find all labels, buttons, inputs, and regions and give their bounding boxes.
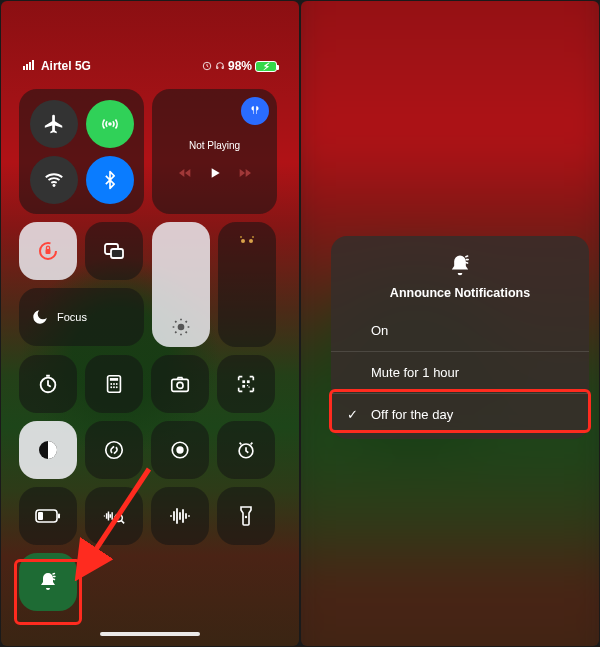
status-bar: Airtel 5G 98% ⚡︎ bbox=[1, 59, 299, 73]
calculator-icon bbox=[103, 373, 125, 395]
svg-rect-34 bbox=[58, 514, 60, 519]
antenna-icon bbox=[99, 113, 121, 135]
svg-point-7 bbox=[178, 324, 185, 331]
moon-icon bbox=[31, 308, 49, 326]
svg-point-31 bbox=[176, 446, 183, 453]
svg-point-8 bbox=[241, 239, 245, 243]
media-tile[interactable]: Not Playing bbox=[152, 89, 277, 214]
sync-icon bbox=[202, 61, 212, 71]
connectivity-group[interactable] bbox=[19, 89, 144, 214]
svg-rect-14 bbox=[110, 378, 118, 381]
svg-point-17 bbox=[116, 383, 118, 385]
svg-point-22 bbox=[177, 382, 183, 388]
flashlight[interactable] bbox=[217, 487, 275, 545]
svg-point-19 bbox=[113, 386, 115, 388]
popup-title: Announce Notifications bbox=[331, 286, 589, 300]
svg-point-29 bbox=[106, 442, 123, 459]
headphones-icon bbox=[215, 61, 225, 71]
cellular-toggle[interactable] bbox=[86, 100, 134, 148]
shazam-icon bbox=[103, 439, 125, 461]
svg-point-2 bbox=[52, 184, 55, 187]
announce-popup: Announce Notifications On Mute for 1 hou… bbox=[331, 236, 589, 439]
svg-point-11 bbox=[252, 236, 254, 238]
airpods-icon bbox=[248, 104, 262, 118]
svg-point-18 bbox=[110, 386, 112, 388]
focus-tile[interactable]: Focus bbox=[19, 288, 144, 346]
bell-announce-icon bbox=[36, 570, 60, 594]
magnify-wave-icon bbox=[102, 505, 126, 527]
bluetooth-toggle[interactable] bbox=[86, 156, 134, 204]
bluetooth-icon bbox=[100, 170, 120, 190]
dark-mode-icon bbox=[36, 438, 60, 462]
carrier-label: Airtel 5G bbox=[23, 59, 91, 73]
wifi-icon bbox=[43, 169, 65, 191]
svg-rect-27 bbox=[248, 386, 249, 387]
option-mute-1-hour[interactable]: Mute for 1 hour bbox=[331, 351, 589, 393]
check-icon: ✓ bbox=[347, 407, 358, 422]
shazam[interactable] bbox=[85, 421, 143, 479]
dark-mode[interactable] bbox=[19, 421, 77, 479]
media-title: Not Playing bbox=[189, 140, 240, 151]
airplane-toggle[interactable] bbox=[30, 100, 78, 148]
svg-rect-35 bbox=[38, 512, 43, 520]
flashlight-icon bbox=[238, 505, 254, 527]
svg-rect-25 bbox=[242, 385, 245, 388]
svg-rect-23 bbox=[242, 380, 245, 383]
svg-rect-6 bbox=[111, 249, 123, 258]
rotation-lock-icon bbox=[36, 239, 60, 263]
volume-slider[interactable] bbox=[218, 222, 276, 347]
camera-icon bbox=[169, 373, 191, 395]
screen-record[interactable] bbox=[151, 421, 209, 479]
camera[interactable] bbox=[151, 355, 209, 413]
brightness-slider[interactable] bbox=[152, 222, 210, 347]
control-center: Not Playing bbox=[19, 89, 281, 619]
record-icon bbox=[169, 439, 191, 461]
svg-rect-21 bbox=[172, 379, 189, 391]
play-icon[interactable] bbox=[207, 165, 223, 181]
waveform-icon bbox=[168, 506, 192, 526]
forward-icon[interactable] bbox=[237, 165, 253, 181]
svg-rect-26 bbox=[247, 385, 248, 386]
airpods-badge bbox=[241, 97, 269, 125]
svg-point-15 bbox=[110, 383, 112, 385]
qr-scan[interactable] bbox=[217, 355, 275, 413]
alarm[interactable] bbox=[217, 421, 275, 479]
svg-point-16 bbox=[113, 383, 115, 385]
screenshot-control-center: Airtel 5G 98% ⚡︎ bbox=[1, 1, 299, 646]
screenshot-announce-popup: Announce Notifications On Mute for 1 hou… bbox=[301, 1, 599, 646]
sun-icon bbox=[171, 317, 191, 337]
airpods-volume-icon bbox=[235, 232, 259, 250]
focus-label: Focus bbox=[57, 311, 87, 323]
screen-mirroring[interactable] bbox=[85, 222, 143, 280]
qr-icon bbox=[235, 373, 257, 395]
low-power[interactable] bbox=[19, 487, 77, 545]
svg-point-36 bbox=[115, 514, 122, 521]
svg-point-20 bbox=[116, 386, 118, 388]
svg-point-9 bbox=[249, 239, 253, 243]
bell-announce-icon bbox=[446, 252, 474, 280]
screen-mirroring-icon bbox=[102, 239, 126, 263]
status-right: 98% ⚡︎ bbox=[202, 59, 277, 73]
calculator[interactable] bbox=[85, 355, 143, 413]
battery-low-icon bbox=[35, 509, 61, 523]
timer-icon bbox=[37, 373, 59, 395]
svg-point-1 bbox=[108, 122, 112, 126]
orientation-lock[interactable] bbox=[19, 222, 77, 280]
voice-memo[interactable] bbox=[151, 487, 209, 545]
media-controls bbox=[177, 165, 253, 181]
home-indicator[interactable] bbox=[100, 632, 200, 636]
svg-point-10 bbox=[240, 236, 242, 238]
option-on[interactable]: On bbox=[331, 310, 589, 351]
svg-rect-24 bbox=[247, 380, 250, 383]
announce-notifications[interactable] bbox=[19, 553, 77, 611]
signal-bars-icon bbox=[23, 60, 34, 70]
sound-recognition[interactable] bbox=[85, 487, 143, 545]
wifi-toggle[interactable] bbox=[30, 156, 78, 204]
rewind-icon[interactable] bbox=[177, 165, 193, 181]
svg-rect-4 bbox=[46, 249, 51, 254]
alarm-icon bbox=[235, 439, 257, 461]
timer[interactable] bbox=[19, 355, 77, 413]
svg-point-37 bbox=[245, 516, 247, 518]
option-off-for-the-day[interactable]: ✓ Off for the day bbox=[331, 393, 589, 435]
battery-icon: ⚡︎ bbox=[255, 61, 277, 72]
